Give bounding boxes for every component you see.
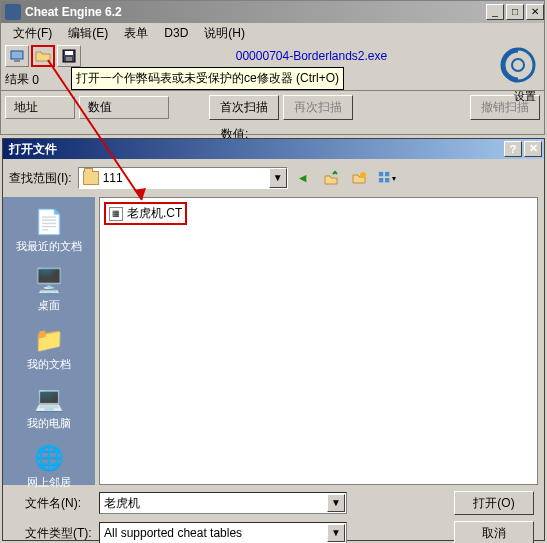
- dialog-title: 打开文件 ? ✕: [3, 139, 544, 159]
- sidebar-network[interactable]: 🌐 网上邻居: [7, 439, 91, 494]
- lookin-dropdown[interactable]: 111 ▼: [78, 167, 288, 189]
- process-label: 00000704-Borderlands2.exe: [83, 49, 540, 63]
- mycomp-icon: 💻: [32, 384, 66, 414]
- sidebar-mycomp-label: 我的电脑: [27, 417, 71, 429]
- file-item-name: 老虎机.CT: [127, 205, 182, 222]
- sidebar-recent-label: 我最近的文档: [16, 240, 82, 252]
- sidebar-desktop-label: 桌面: [38, 299, 60, 311]
- nav-icons: ◄ ▾: [294, 169, 396, 187]
- view-menu-button[interactable]: ▾: [378, 169, 396, 187]
- dialog-body: 📄 我最近的文档 🖥️ 桌面 📁 我的文档 💻 我的电脑 🌐 网上邻居: [3, 197, 544, 485]
- menubar: 文件(F) 编辑(E) 表单 D3D 说明(H): [1, 23, 544, 43]
- svg-point-7: [360, 172, 366, 178]
- chevron-down-icon[interactable]: ▼: [327, 524, 345, 542]
- dialog-bottom: 文件名(N): 老虎机 ▼ 打开(O) 文件类型(T): All support…: [3, 485, 544, 543]
- first-scan-button[interactable]: 首次扫描: [209, 95, 279, 120]
- minimize-button[interactable]: _: [486, 4, 504, 20]
- menu-table[interactable]: 表单: [116, 23, 156, 44]
- dialog-title-text: 打开文件: [9, 141, 57, 158]
- new-folder-button[interactable]: [350, 169, 368, 187]
- sidebar-mydocs[interactable]: 📁 我的文档: [7, 321, 91, 376]
- filename-label: 文件名(N):: [13, 495, 99, 512]
- places-sidebar: 📄 我最近的文档 🖥️ 桌面 📁 我的文档 💻 我的电脑 🌐 网上邻居: [3, 197, 95, 485]
- tooltip: 打开一个作弊码表或未受保护的ce修改器 (Ctrl+O): [71, 67, 344, 90]
- sidebar-desktop[interactable]: 🖥️ 桌面: [7, 262, 91, 317]
- svg-rect-4: [66, 57, 72, 61]
- toolbar: 00000704-Borderlands2.exe: [1, 43, 544, 69]
- svg-rect-10: [379, 178, 383, 182]
- col-address[interactable]: 地址: [5, 96, 75, 119]
- lookin-label: 查找范围(I):: [9, 170, 72, 187]
- back-button[interactable]: ◄: [294, 169, 312, 187]
- app-icon: [5, 4, 21, 20]
- menu-d3d[interactable]: D3D: [156, 24, 196, 42]
- chevron-down-icon[interactable]: ▼: [269, 168, 287, 188]
- svg-point-6: [512, 59, 524, 71]
- up-button[interactable]: [322, 169, 340, 187]
- save-button[interactable]: [57, 45, 81, 67]
- filename-row: 文件名(N): 老虎机 ▼ 打开(O): [13, 491, 534, 515]
- help-button[interactable]: ?: [504, 141, 522, 157]
- network-icon: 🌐: [32, 443, 66, 473]
- svg-point-5: [502, 49, 534, 81]
- window-title: Cheat Engine 6.2: [25, 5, 484, 19]
- ce-logo-icon[interactable]: [498, 45, 538, 85]
- lookin-row: 查找范围(I): 111 ▼ ◄ ▾: [3, 159, 544, 197]
- dialog-close-button[interactable]: ✕: [524, 141, 542, 157]
- folder-icon: [83, 171, 99, 185]
- sidebar-network-label: 网上邻居: [27, 476, 71, 488]
- cheat-table-icon: ▦: [109, 207, 123, 221]
- mydocs-icon: 📁: [32, 325, 66, 355]
- settings-label: 设置: [514, 89, 536, 104]
- filename-value: 老虎机: [104, 495, 140, 512]
- sidebar-mydocs-label: 我的文档: [27, 358, 71, 370]
- open-file-button[interactable]: 打开(O): [454, 491, 534, 515]
- next-scan-button[interactable]: 再次扫描: [283, 95, 353, 120]
- open-button[interactable]: [31, 45, 55, 67]
- result-count: 0: [32, 73, 39, 87]
- recent-icon: 📄: [32, 207, 66, 237]
- filetype-dropdown[interactable]: All supported cheat tables ▼: [99, 522, 347, 543]
- scan-row: 地址 数值 首次扫描 再次扫描 撤销扫描: [1, 91, 544, 124]
- svg-rect-8: [379, 172, 383, 176]
- maximize-button[interactable]: □: [506, 4, 524, 20]
- lookin-folder: 111: [103, 171, 123, 185]
- cancel-button[interactable]: 取消: [454, 521, 534, 543]
- file-list[interactable]: ▦ 老虎机.CT: [99, 197, 538, 485]
- svg-rect-11: [385, 178, 389, 182]
- open-file-dialog: 打开文件 ? ✕ 查找范围(I): 111 ▼ ◄ ▾ 📄 我最近的文档 🖥️ …: [2, 138, 545, 541]
- chevron-down-icon[interactable]: ▼: [327, 494, 345, 512]
- svg-rect-1: [14, 60, 20, 62]
- computer-icon: [9, 48, 25, 64]
- result-label: 结果: [5, 71, 29, 88]
- col-value[interactable]: 数值: [79, 96, 169, 119]
- menu-edit[interactable]: 编辑(E): [60, 23, 116, 44]
- desktop-icon: 🖥️: [32, 266, 66, 296]
- main-window: Cheat Engine 6.2 _ □ ✕ 文件(F) 编辑(E) 表单 D3…: [0, 0, 545, 135]
- filename-input[interactable]: 老虎机 ▼: [99, 492, 347, 514]
- file-item-selected[interactable]: ▦ 老虎机.CT: [104, 202, 187, 225]
- filetype-value: All supported cheat tables: [104, 526, 242, 540]
- filetype-label: 文件类型(T):: [13, 525, 99, 542]
- folder-open-icon: [35, 48, 51, 64]
- titlebar: Cheat Engine 6.2 _ □ ✕: [1, 1, 544, 23]
- floppy-icon: [61, 48, 77, 64]
- svg-rect-9: [385, 172, 389, 176]
- filetype-row: 文件类型(T): All supported cheat tables ▼ 取消: [13, 521, 534, 543]
- close-button[interactable]: ✕: [526, 4, 544, 20]
- svg-rect-0: [11, 51, 23, 59]
- sidebar-mycomp[interactable]: 💻 我的电脑: [7, 380, 91, 435]
- svg-rect-3: [65, 51, 73, 55]
- sidebar-recent[interactable]: 📄 我最近的文档: [7, 203, 91, 258]
- menu-file[interactable]: 文件(F): [5, 23, 60, 44]
- menu-help[interactable]: 说明(H): [196, 23, 253, 44]
- process-button[interactable]: [5, 45, 29, 67]
